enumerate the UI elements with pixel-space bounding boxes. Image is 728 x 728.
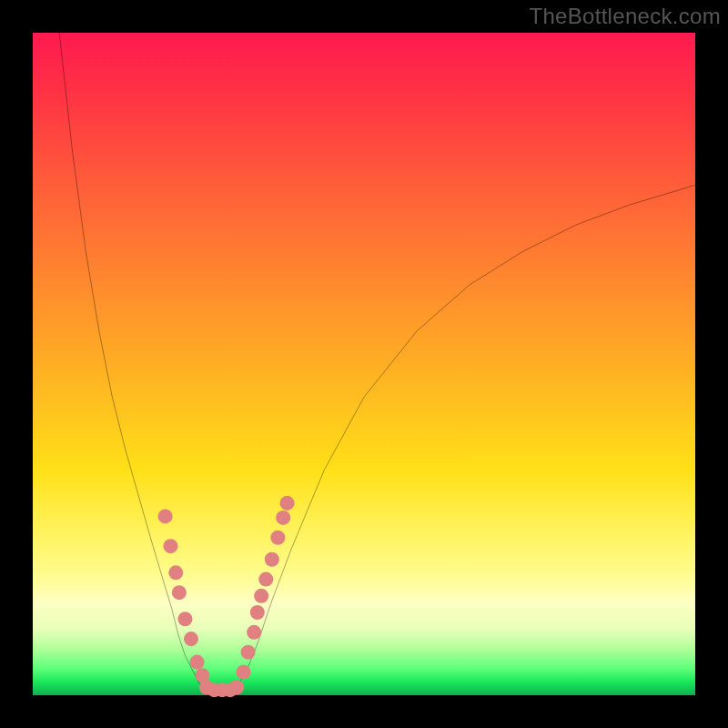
marker-dot <box>265 552 279 567</box>
plot-area <box>33 33 695 695</box>
marker-dot <box>190 655 205 670</box>
marker-dot <box>168 565 183 580</box>
markers <box>158 496 295 697</box>
marker-dot <box>236 665 250 680</box>
marker-dot <box>270 531 285 545</box>
marker-dot <box>184 632 198 646</box>
curve-layer <box>33 33 695 695</box>
marker-dot <box>254 589 268 603</box>
series-right-curve <box>231 185 695 692</box>
marker-dot <box>258 572 273 587</box>
marker-dot <box>276 511 290 525</box>
marker-dot <box>280 496 295 511</box>
marker-dot <box>158 509 173 523</box>
marker-dot <box>247 625 261 640</box>
curves <box>59 33 695 693</box>
chart-frame: TheBottleneck.com <box>0 0 728 728</box>
marker-dot <box>177 612 192 626</box>
marker-dot <box>250 605 265 620</box>
marker-dot <box>241 645 256 660</box>
marker-dot <box>229 680 244 694</box>
marker-dot <box>163 539 177 553</box>
watermark-text: TheBottleneck.com <box>529 4 721 29</box>
marker-dot <box>172 585 187 600</box>
